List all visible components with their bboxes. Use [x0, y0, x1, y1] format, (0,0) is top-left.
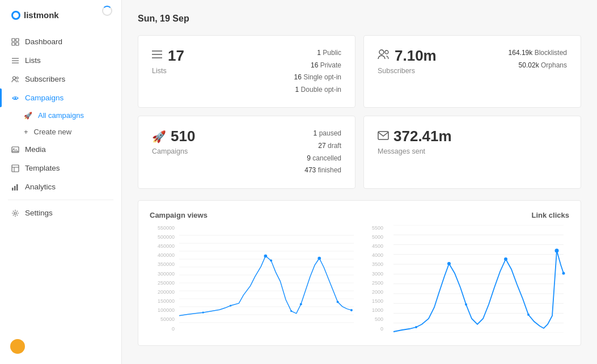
campaigns-label: Campaigns [152, 147, 304, 155]
sidebar-settings-label: Settings [25, 209, 53, 217]
lists-stat-icon [152, 49, 163, 62]
analytics-icon [11, 183, 19, 191]
svg-point-60 [555, 248, 559, 252]
svg-rect-0 [12, 39, 15, 41]
bottom-accent [10, 339, 25, 354]
svg-rect-2 [12, 43, 15, 45]
svg-rect-24 [378, 132, 388, 139]
subscribers-icon [11, 75, 19, 83]
settings-icon [11, 209, 19, 217]
messages-stat-icon [378, 130, 389, 143]
campaigns-stat-card: 🚀 510 Campaigns 1 paused 27 draft 9 canc… [138, 116, 355, 188]
sidebar-item-subscribers[interactable]: Subscribers [0, 70, 121, 88]
main-content: Sun, 19 Sep 17 Lists 1 Public 16 Private [122, 0, 597, 364]
svg-point-7 [13, 77, 16, 79]
views-chart-label: Campaign views [150, 211, 208, 219]
charts-section: Campaign views Link clicks 550000 500000… [138, 200, 581, 346]
views-chart: 550000 500000 450000 400000 350000 30000… [150, 225, 354, 335]
sidebar-item-all-campaigns[interactable]: 🚀 All campaigns [0, 107, 121, 124]
sidebar-lists-label: Lists [25, 56, 41, 65]
sidebar-analytics-label: Analytics [25, 183, 56, 191]
sidebar-dashboard-label: Dashboard [25, 37, 62, 46]
lists-details: 1 Public 16 Private 16 Single opt-in 1 D… [294, 47, 341, 96]
campaigns-details: 1 paused 27 draft 9 cancelled 473 finish… [304, 128, 341, 176]
rocket-icon: 🚀 [24, 112, 32, 120]
svg-point-44 [230, 304, 231, 306]
svg-rect-12 [12, 165, 19, 172]
svg-rect-15 [12, 188, 14, 191]
svg-point-22 [379, 50, 384, 54]
page-date: Sun, 19 Sep [138, 14, 581, 24]
svg-point-59 [504, 257, 507, 261]
all-campaigns-label: All campaigns [38, 111, 84, 120]
sidebar-item-campaigns[interactable]: Campaigns [0, 88, 121, 107]
subscribers-stat-card: 7.10m Subscribers 164.19k Blocklisted 50… [363, 35, 581, 108]
sidebar-item-create-new[interactable]: + Create new [0, 124, 121, 140]
svg-point-64 [527, 314, 530, 316]
lists-icon [11, 57, 19, 65]
charts-container: 550000 500000 450000 400000 350000 30000… [150, 225, 569, 335]
messages-count: 372.41m [378, 128, 567, 145]
lists-label: Lists [152, 67, 294, 75]
sidebar-templates-label: Templates [25, 164, 60, 172]
campaigns-stat-icon: 🚀 [152, 130, 166, 143]
subscribers-label: Subscribers [378, 67, 509, 75]
sidebar-subscribers-label: Subscribers [25, 75, 65, 83]
sidebar-media-label: Media [25, 145, 46, 154]
svg-point-41 [337, 300, 339, 303]
svg-point-23 [385, 50, 388, 54]
sidebar-item-settings[interactable]: Settings [0, 204, 121, 222]
sidebar-nav: Dashboard Lists Subscribers Campaigns [0, 28, 121, 364]
dashboard-icon [11, 38, 19, 46]
svg-rect-16 [14, 186, 16, 191]
svg-point-8 [16, 77, 19, 79]
subscribers-count: 7.10m [378, 47, 509, 65]
svg-point-62 [415, 326, 417, 328]
sidebar: listmonk Dashboard Lists Subscribers [0, 0, 122, 364]
media-icon [11, 146, 19, 154]
subscribers-stat-icon [378, 49, 390, 62]
lists-stat-card: 17 Lists 1 Public 16 Private 16 Single o… [138, 35, 355, 108]
svg-point-38 [270, 259, 272, 261]
svg-point-40 [317, 256, 321, 260]
svg-rect-3 [16, 43, 19, 45]
stats-grid: 17 Lists 1 Public 16 Private 16 Single o… [138, 35, 581, 189]
campaigns-count: 🚀 510 [152, 128, 304, 145]
sidebar-campaigns-label: Campaigns [25, 94, 63, 102]
sidebar-item-analytics[interactable]: Analytics [0, 177, 121, 196]
templates-icon [11, 164, 19, 172]
svg-point-18 [14, 212, 16, 214]
plus-icon: + [24, 128, 28, 136]
clicks-chart: 5500 5000 4500 4000 3500 3000 2500 2000 … [365, 225, 569, 335]
sidebar-item-templates[interactable]: Templates [0, 159, 121, 177]
views-chart-svg [179, 225, 354, 333]
messages-stat-card: 372.41m Messages sent [363, 116, 581, 188]
sidebar-item-lists[interactable]: Lists [0, 51, 121, 70]
loading-spinner [102, 6, 112, 16]
svg-point-63 [465, 303, 467, 306]
svg-point-45 [290, 310, 292, 312]
sidebar-item-media[interactable]: Media [0, 140, 121, 159]
lists-count: 17 [152, 47, 294, 65]
messages-label: Messages sent [378, 147, 567, 155]
sidebar-item-dashboard[interactable]: Dashboard [0, 32, 121, 51]
app-name: listmonk [24, 10, 59, 20]
svg-point-9 [15, 97, 16, 99]
svg-point-61 [562, 272, 565, 274]
charts-header: Campaign views Link clicks [150, 211, 569, 219]
svg-point-43 [202, 311, 204, 313]
svg-point-42 [350, 309, 353, 311]
svg-rect-1 [16, 39, 19, 41]
svg-point-58 [447, 262, 451, 265]
svg-point-39 [300, 303, 302, 305]
svg-point-37 [264, 254, 268, 257]
campaigns-icon [11, 94, 19, 102]
clicks-chart-label: Link clicks [532, 211, 569, 219]
subscribers-details: 164.19k Blocklisted 50.02k Orphans [509, 47, 567, 71]
svg-rect-17 [16, 184, 18, 191]
clicks-chart-svg [388, 225, 569, 333]
create-new-label: Create new [34, 128, 71, 136]
logo-circle [11, 11, 20, 20]
